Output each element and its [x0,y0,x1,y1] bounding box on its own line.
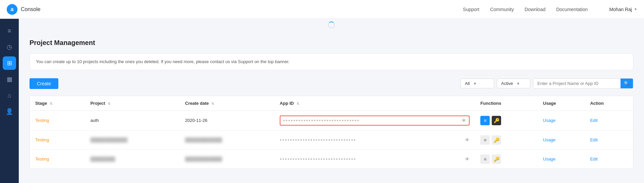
sidebar-item-menu[interactable]: ≡ [3,24,16,38]
key-icon: 🔑 [494,137,499,143]
cell-functions: ≡ 🔑 [475,149,537,169]
toolbar-right: All ▼ Active ▼ 🔍 [461,78,633,89]
info-text: You can create up to 10 projects includi… [36,59,289,64]
cell-app-id: •••••••••••••••••••••••••••••• 👁 [274,149,475,169]
user-menu[interactable]: Mohan Raj ▼ [609,7,637,12]
function-btn-doc[interactable]: ≡ [480,116,490,125]
function-btn-key[interactable]: 🔑 [492,116,501,125]
col-stage: Stage ⇅ [30,96,85,111]
app-id-highlighted: •••••••••••••••••••••••••••••• 👁 [280,116,470,126]
doc-icon: ≡ [484,137,486,143]
user-chevron-icon: ▼ [634,7,637,11]
toolbar: Create All ▼ Active ▼ [30,78,633,89]
cell-app-id: •••••••••••••••••••••••••••••• 👁 [274,130,475,149]
cell-date: ████████████ [180,149,274,169]
cell-app-id: •••••••••••••••••••••••••••••• 👁 [274,110,475,130]
nav-download-link[interactable]: Download [525,7,545,12]
eye-icon[interactable]: 👁 [465,137,470,143]
cell-project: ████████████ [85,130,179,149]
stage-link[interactable]: Testing [35,118,49,123]
table-row: Testing ████████████ ████████████ ••••••… [30,130,633,149]
cell-stage: Testing [30,130,85,149]
usage-link[interactable]: Usage [543,118,556,123]
content-area: Project Management You can create up to … [19,31,644,177]
nav-community-link[interactable]: Community [490,7,514,12]
table-row: Testing ████████ ████████████ ••••••••••… [30,149,633,169]
date-sort-icon[interactable]: ⇅ [211,102,214,105]
eye-icon[interactable]: 👁 [462,118,466,123]
sidebar: ≡ ◷ ⊞ ▦ ⌂ 👤 [0,19,19,183]
table-row: Testing auth 2020-11-26 ••••••••••••••••… [30,110,633,130]
sidebar-item-layers[interactable]: ⊞ [3,56,16,70]
stage-link[interactable]: Testing [35,137,49,142]
key-icon: 🔑 [494,156,499,162]
top-nav: a Console Support Community Download Doc… [0,0,644,19]
all-filter-select[interactable]: All ▼ [461,79,494,88]
nav-documentation-link[interactable]: Documentation [556,7,588,12]
logo: a [7,4,17,15]
function-btn-key[interactable]: 🔑 [492,154,501,164]
app-id-cell: •••••••••••••••••••••••••••••• 👁 [280,137,470,143]
menu-icon: ≡ [8,28,11,35]
app-id-cell: •••••••••••••••••••••••••••••• 👁 [280,156,470,162]
search-box: 🔍 [533,78,633,89]
clock-icon: ◷ [7,43,12,51]
key-icon: 🔑 [494,118,499,123]
cell-action: Edit [585,149,633,169]
sidebar-item-user[interactable]: 👤 [3,105,16,118]
usage-link[interactable]: Usage [543,137,556,142]
functions-cell: ≡ 🔑 [480,135,532,145]
eye-icon[interactable]: 👁 [465,156,470,162]
user-name: Mohan Raj [609,7,632,12]
stage-link[interactable]: Testing [35,156,49,162]
spinner-area [19,19,644,31]
edit-link[interactable]: Edit [590,137,597,142]
doc-icon: ≡ [484,156,486,162]
edit-link[interactable]: Edit [590,156,597,162]
home-icon: ⌂ [8,92,11,99]
sidebar-item-home[interactable]: ⌂ [3,89,16,102]
chart-icon: ▦ [7,76,12,83]
usage-link[interactable]: Usage [543,156,556,162]
col-create-date: Create date ⇅ [180,96,274,111]
doc-icon: ≡ [484,118,486,123]
col-action: Action [585,96,633,111]
stage-sort-icon[interactable]: ⇅ [50,102,52,105]
loading-spinner [328,21,335,28]
search-icon: 🔍 [624,81,630,86]
all-filter-label: All [465,81,470,86]
active-filter-select[interactable]: Active ▼ [497,79,530,88]
cell-usage: Usage [538,149,585,169]
col-app-id: App ID ⇅ [274,96,475,111]
active-filter-chevron-icon: ▼ [516,82,520,86]
nav-support-link[interactable]: Support [463,7,479,12]
active-filter-label: Active [501,81,513,86]
project-sort-icon[interactable]: ⇅ [108,102,110,105]
all-filter-chevron-icon: ▼ [473,82,477,86]
sidebar-item-chart[interactable]: ▦ [3,73,16,86]
functions-cell: ≡ 🔑 [480,116,532,125]
app-id-dots: •••••••••••••••••••••••••••••• [280,156,462,162]
cell-date: 2020-11-26 [180,110,274,130]
appid-sort-icon[interactable]: ⇅ [297,102,299,105]
project-table: Stage ⇅ Project ⇅ Create date ⇅ [30,96,633,169]
function-btn-doc[interactable]: ≡ [480,154,490,164]
app-title: Console [21,6,41,12]
sidebar-item-clock[interactable]: ◷ [3,40,16,54]
cell-usage: Usage [538,110,585,130]
nav-links: Support Community Download Documentation… [463,7,637,12]
cell-project: auth [85,110,179,130]
create-button[interactable]: Create [30,78,58,89]
project-table-container: Stage ⇅ Project ⇅ Create date ⇅ [30,96,633,169]
col-usage: Usage [538,96,585,111]
app-id-dots: •••••••••••••••••••••••••••••• [283,118,459,124]
function-btn-doc[interactable]: ≡ [480,135,490,145]
cell-action: Edit [585,110,633,130]
user-icon: 👤 [6,108,13,115]
col-functions: Functions [475,96,537,111]
function-btn-key[interactable]: 🔑 [492,135,501,145]
search-button[interactable]: 🔍 [621,79,633,88]
search-input[interactable] [533,79,621,88]
cell-functions: ≡ 🔑 [475,130,537,149]
edit-link[interactable]: Edit [590,118,597,123]
